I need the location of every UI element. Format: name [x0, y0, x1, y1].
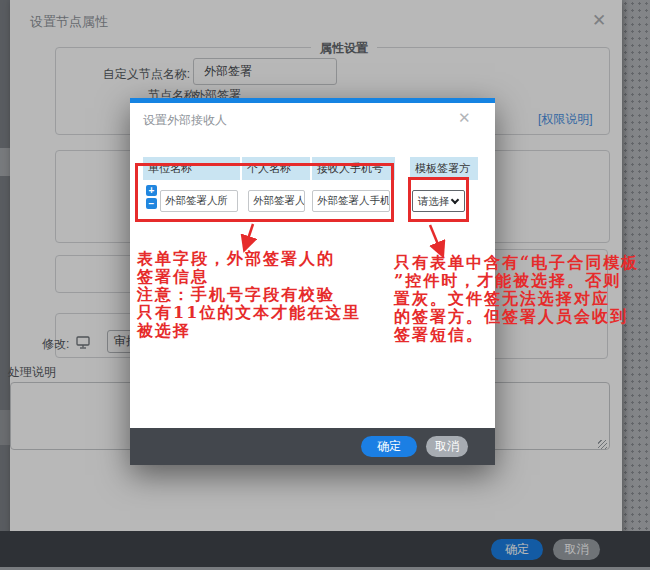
template-signer-select[interactable]: 请选择: [412, 190, 465, 212]
signer-select-value: 请选择: [418, 195, 450, 207]
page: 设置节点属性 ✕ 属性设置 自定义节点名称: 节点名称: 外部签署 [权限说明]…: [0, 0, 650, 570]
phone-input[interactable]: [312, 190, 390, 212]
col-header-phone: 接收人手机号: [312, 157, 395, 180]
modal-accent-bar: [130, 98, 495, 103]
col-header-unit: 单位名称: [143, 157, 240, 180]
modal-footer: 确定 取消: [130, 428, 495, 465]
chevron-down-icon: [451, 196, 459, 204]
modal-title: 设置外部接收人: [143, 112, 227, 129]
close-icon[interactable]: ✕: [458, 109, 471, 127]
external-recipient-modal: 设置外部接收人 ✕ 单位名称 个人名称 接收人手机号 模板签署方 + − 请选择…: [130, 98, 495, 465]
unit-name-input[interactable]: [160, 190, 238, 212]
remove-row-button[interactable]: −: [146, 198, 157, 209]
modal-ok-button[interactable]: 确定: [361, 436, 417, 457]
modal-cancel-button[interactable]: 取消: [426, 436, 468, 457]
col-header-signer: 模板签署方: [410, 157, 478, 180]
col-header-person: 个人名称: [242, 157, 310, 180]
add-row-button[interactable]: +: [146, 185, 157, 196]
person-name-input[interactable]: [248, 190, 305, 212]
